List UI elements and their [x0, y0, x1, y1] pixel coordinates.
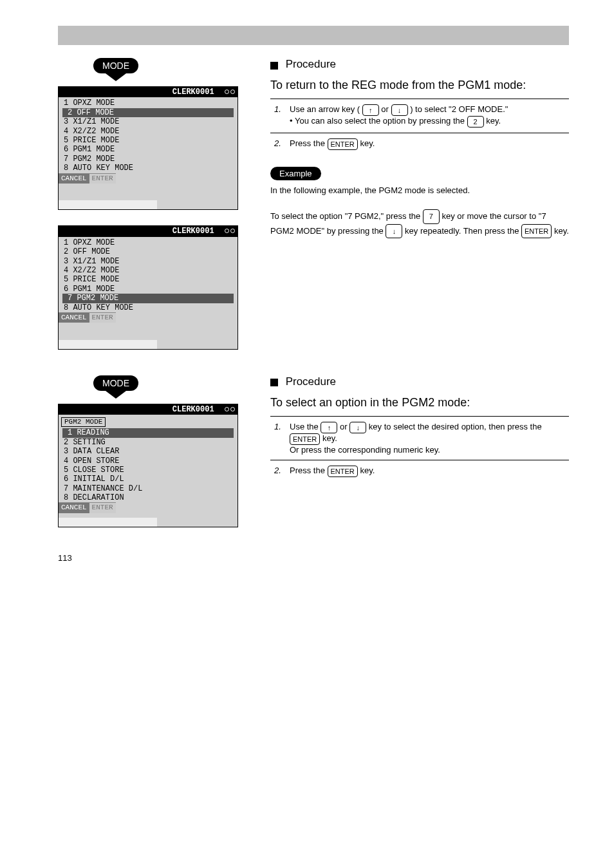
- example-line-1: In the following example, the PGM2 mode …: [270, 185, 470, 195]
- mode-lcd-pgm2-selected: CLERK0001 1 OPXZ MODE 2 OFF MODE 3 X1/Z1…: [58, 225, 238, 349]
- mode-pill: MODE: [93, 58, 138, 73]
- lcd3-item-2: 3 DATA CLEAR: [59, 447, 237, 456]
- lcd2-item-6: 7 PGM2 MODE: [62, 294, 234, 303]
- example-pill: Example: [270, 167, 321, 180]
- lcd1-item-0: 1 OPXZ MODE: [59, 99, 237, 108]
- lcd2-enter: ENTER: [89, 312, 116, 323]
- lcd3-item-0: 1 READING: [62, 428, 234, 437]
- chapter-bar: [58, 26, 569, 45]
- up-arrow-key-icon: ↑: [321, 422, 337, 433]
- section-title-2: To select an option in the PGM2 mode:: [270, 396, 569, 410]
- lcd2-item-0: 1 OPXZ MODE: [59, 238, 237, 247]
- pgm2-group-label: PGM2 MODE: [61, 417, 106, 427]
- lcd2-item-3: 4 X2/Z2 MODE: [59, 266, 237, 275]
- step-num: 1.: [270, 417, 286, 460]
- lcd3-item-1: 2 SETTING: [59, 438, 237, 447]
- example-line-2d: key.: [554, 225, 569, 235]
- lcd1-cancel: CANCEL: [59, 173, 89, 184]
- mode-lcd-initial: CLERK0001 1 OPXZ MODE 2 OFF MODE 3 X1/Z1…: [58, 86, 238, 210]
- step-num: 1.: [270, 99, 286, 133]
- mode-pill: MODE: [93, 375, 138, 391]
- example-line-2c: key repeatedly. Then press the: [405, 225, 521, 235]
- lcd1-item-3: 4 X2/Z2 MODE: [59, 127, 237, 136]
- lcd3-item-7: 8 DECLARATION: [59, 493, 237, 502]
- enter-key-icon: ENTER: [521, 224, 552, 239]
- lcd1-item-5: 6 PGM1 MODE: [59, 145, 237, 154]
- step-text: ) to select "2 OFF MODE.": [410, 104, 508, 114]
- step-num: 2.: [270, 460, 286, 482]
- example-line-2a: To select the option "7 PGM2," press the: [270, 211, 423, 221]
- lcd1-item-6: 7 PGM2 MODE: [59, 155, 237, 164]
- lcd1-item-1: 2 OFF MODE: [62, 108, 234, 117]
- step-num: 2.: [270, 133, 286, 155]
- lcd1-item-7: 8 AUTO KEY MODE: [59, 164, 237, 173]
- numeric-2-key-icon: 2: [467, 116, 484, 127]
- lcd2-cancel: CANCEL: [59, 312, 89, 323]
- step-note: • You can also select the option by pres…: [290, 116, 467, 126]
- lcd3-item-5: 6 INITIAL D/L: [59, 475, 237, 484]
- procedure-heading-2: Procedure: [286, 375, 336, 388]
- step-tail: key.: [360, 466, 375, 475]
- procedure-heading-1: Procedure: [286, 58, 336, 70]
- steps-table-2: 1. Use the ↑ or ↓ key to select the desi…: [270, 416, 569, 482]
- clerk-label: CLERK0001: [172, 405, 214, 414]
- arrow-down-icon: [106, 391, 126, 399]
- down-arrow-key-icon: ↓: [391, 104, 408, 116]
- lcd2-item-1: 2 OFF MODE: [59, 247, 237, 256]
- step-tail: key.: [360, 138, 375, 148]
- lcd3-item-4: 5 CLOSE STORE: [59, 466, 237, 475]
- section-title-1: To return to the REG mode from the PGM1 …: [270, 79, 569, 92]
- lcd3-item-3: 4 OPEN STORE: [59, 457, 237, 466]
- up-arrow-key-icon: ↑: [362, 104, 379, 116]
- step-text: Press the: [290, 138, 328, 148]
- lcd2-item-7: 8 AUTO KEY MODE: [59, 303, 237, 312]
- lcd3-item-6: 7 MAINTENANCE D/L: [59, 484, 237, 493]
- clerk-label: CLERK0001: [172, 227, 214, 236]
- step-text: Use an arrow key (: [290, 104, 360, 114]
- step-text: or: [340, 422, 349, 431]
- lcd1-enter: ENTER: [89, 173, 116, 184]
- lcd3-enter: ENTER: [89, 502, 116, 513]
- enter-key-icon: ENTER: [328, 138, 358, 150]
- lcd1-item-2: 3 X1/Z1 MODE: [59, 117, 237, 126]
- step-text: key to select the desired option, then p…: [369, 422, 542, 431]
- arrow-down-icon: [106, 73, 126, 81]
- step-text: Use the: [290, 422, 321, 431]
- step-tail: key.: [322, 433, 337, 443]
- step-note: Or press the corresponding numeric key.: [290, 445, 440, 455]
- down-arrow-key-icon: ↓: [386, 224, 402, 239]
- pgm2-lcd: CLERK0001 PGM2 MODE 1 READING 2 SETTING …: [58, 404, 238, 527]
- step-text: or: [381, 104, 391, 114]
- enter-key-icon: ENTER: [328, 466, 358, 477]
- step-note-end: key.: [486, 116, 501, 126]
- step-text: Press the: [290, 466, 328, 475]
- page-number: 113: [58, 553, 569, 563]
- lcd1-item-4: 5 PRICE MODE: [59, 136, 237, 145]
- numeric-7-key-icon: 7: [423, 209, 440, 224]
- lcd3-cancel: CANCEL: [59, 502, 89, 513]
- steps-table-1: 1. Use an arrow key ( ↑ or ↓ ) to select…: [270, 99, 569, 155]
- clerk-label: CLERK0001: [172, 88, 214, 97]
- square-bullet-icon: [270, 379, 278, 386]
- lcd2-item-2: 3 X1/Z1 MODE: [59, 257, 237, 266]
- lcd2-item-4: 5 PRICE MODE: [59, 275, 237, 284]
- enter-key-icon: ENTER: [290, 433, 320, 445]
- square-bullet-icon: [270, 62, 278, 70]
- down-arrow-key-icon: ↓: [349, 422, 366, 433]
- lcd2-item-5: 6 PGM1 MODE: [59, 285, 237, 294]
